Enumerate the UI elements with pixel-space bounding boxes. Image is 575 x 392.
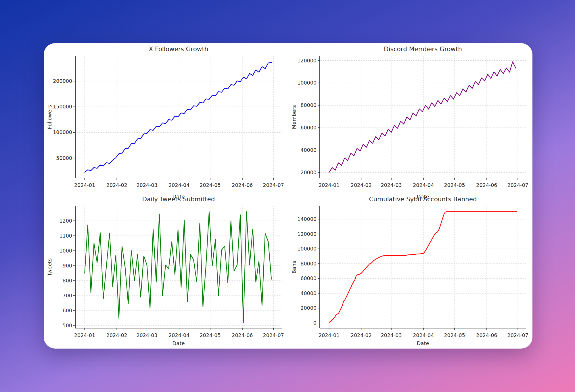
- y-tick-label: 50000: [56, 155, 72, 161]
- x-tick-label: 2024-04: [413, 182, 434, 188]
- y-tick-label: 700: [63, 293, 72, 299]
- y-axis-label: Tweets: [47, 258, 53, 276]
- x-tick-label: 2024-05: [444, 182, 465, 188]
- chart-cumulative-sybil-accounts-banned: 2024-012024-022024-032024-042024-052024-…: [291, 196, 528, 346]
- x-tick-label: 2024-01: [319, 332, 340, 338]
- background-gradient: 2024-012024-022024-032024-042024-052024-…: [0, 0, 575, 392]
- chart-title: Cumulative Sybil Accounts Banned: [369, 196, 477, 203]
- chart-x-followers-growth: 2024-012024-022024-032024-042024-052024-…: [47, 45, 284, 200]
- y-tick-label: 140000: [297, 216, 317, 222]
- y-tick-label: 600: [63, 308, 72, 313]
- x-tick-label: 2024-07: [507, 332, 528, 338]
- y-tick-label: 40000: [300, 290, 317, 296]
- y-tick-label: 1200: [59, 218, 72, 224]
- y-tick-label: 20000: [300, 170, 317, 175]
- x-tick-label: 2024-07: [263, 182, 284, 188]
- x-tick-label: 2024-02: [351, 182, 372, 188]
- x-tick-label: 2024-04: [168, 182, 189, 188]
- x-tick-label: 2024-05: [200, 332, 221, 338]
- y-tick-label: 200000: [53, 78, 72, 84]
- chart-daily-tweets-submitted: 2024-012024-022024-032024-042024-052024-…: [47, 196, 284, 346]
- x-tick-label: 2024-07: [507, 182, 528, 188]
- x-tick-label: 2024-04: [168, 332, 189, 338]
- x-tick-label: 2024-03: [381, 182, 402, 188]
- y-axis-label: Members: [291, 105, 297, 129]
- y-tick-label: 80000: [300, 261, 317, 267]
- y-axis-label: Bans: [291, 261, 297, 274]
- y-tick-label: 100000: [297, 246, 317, 252]
- chart-title: Discord Members Growth: [384, 45, 462, 53]
- series-line: [329, 62, 516, 173]
- x-tick-label: 2024-02: [106, 332, 127, 338]
- y-tick-label: 100000: [297, 80, 317, 86]
- x-tick-label: 2024-04: [413, 332, 434, 338]
- x-tick-label: 2024-02: [106, 182, 127, 188]
- x-tick-label: 2024-06: [232, 182, 253, 188]
- x-tick-label: 2024-01: [74, 182, 95, 188]
- series-line: [329, 212, 517, 322]
- y-tick-label: 80000: [300, 102, 317, 108]
- y-tick-label: 60000: [300, 125, 317, 131]
- charts-canvas: 2024-012024-022024-032024-042024-052024-…: [44, 43, 532, 349]
- y-tick-label: 900: [63, 263, 72, 269]
- y-tick-label: 60000: [300, 276, 317, 281]
- x-tick-label: 2024-05: [444, 332, 465, 338]
- x-tick-label: 2024-06: [476, 332, 497, 338]
- y-tick-label: 150000: [53, 104, 72, 110]
- y-tick-label: 120000: [297, 231, 317, 237]
- y-axis-label: Followers: [47, 105, 53, 129]
- y-tick-label: 20000: [300, 305, 317, 311]
- x-tick-label: 2024-01: [74, 332, 95, 338]
- x-tick-label: 2024-05: [200, 182, 221, 188]
- x-tick-label: 2024-01: [319, 182, 340, 188]
- x-tick-label: 2024-03: [381, 332, 402, 338]
- x-tick-label: 2024-06: [476, 182, 497, 188]
- y-tick-label: 0: [313, 320, 317, 326]
- x-tick-label: 2024-03: [136, 332, 157, 338]
- x-axis-label: Date: [172, 340, 185, 346]
- y-tick-label: 1100: [59, 233, 72, 239]
- y-tick-label: 1000: [59, 248, 72, 254]
- chart-title: X Followers Growth: [149, 45, 208, 53]
- y-tick-label: 40000: [300, 147, 317, 153]
- x-tick-label: 2024-07: [263, 332, 284, 338]
- y-tick-label: 800: [63, 278, 72, 284]
- x-tick-label: 2024-06: [232, 332, 253, 338]
- series-line: [85, 62, 271, 172]
- chart-title: Daily Tweets Submitted: [142, 196, 215, 203]
- x-tick-label: 2024-02: [351, 332, 372, 338]
- x-axis-label: Date: [417, 340, 429, 346]
- dashboard-card: 2024-012024-022024-032024-042024-052024-…: [44, 43, 532, 349]
- chart-discord-members-growth: 2024-012024-022024-032024-042024-052024-…: [291, 45, 528, 200]
- x-tick-label: 2024-03: [136, 182, 157, 188]
- y-tick-label: 500: [63, 323, 72, 328]
- y-tick-label: 120000: [297, 58, 317, 64]
- y-tick-label: 100000: [53, 129, 72, 135]
- series-line: [85, 212, 271, 322]
